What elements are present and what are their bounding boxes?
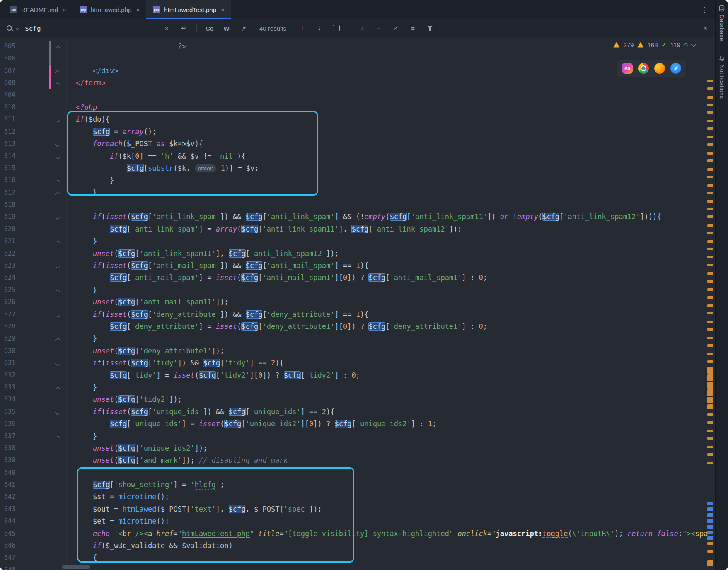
add-selection-occurrence-button[interactable]: + (355, 23, 369, 34)
stripe-mark-warning[interactable] (707, 312, 713, 314)
stripe-mark-warning[interactable] (707, 272, 713, 275)
close-tab-icon[interactable]: × (136, 6, 140, 13)
match-case-toggle[interactable]: Cc (203, 23, 216, 34)
database-tool-button[interactable]: Database (718, 5, 725, 41)
stripe-mark-warning[interactable] (707, 374, 713, 381)
filter-button[interactable] (423, 23, 437, 34)
stripe-mark-warning[interactable] (707, 404, 713, 409)
stripe-mark-warning[interactable] (707, 421, 713, 424)
stripe-mark-warning[interactable] (707, 542, 713, 545)
stripe-mark-warning[interactable] (707, 280, 713, 283)
stripe-mark-info[interactable] (707, 531, 713, 534)
fold-icon[interactable] (55, 142, 60, 147)
clear-search-icon[interactable]: × (160, 23, 174, 34)
stripe-mark-warning[interactable] (707, 550, 713, 553)
fold-icon[interactable] (55, 435, 60, 441)
search-icon[interactable] (7, 25, 13, 31)
stripe-mark-warning[interactable] (707, 337, 713, 339)
stripe-mark-warning[interactable] (707, 120, 713, 122)
fold-icon[interactable] (55, 70, 60, 75)
search-input[interactable]: $cfg (25, 24, 157, 32)
vcs-change-bar[interactable] (49, 41, 51, 65)
vcs-change-bar[interactable] (49, 65, 51, 89)
firefox-icon[interactable] (654, 63, 665, 74)
remove-selection-occurrence-button[interactable]: − (372, 23, 386, 34)
stripe-mark-warning[interactable] (707, 215, 713, 218)
stripe-mark-warning[interactable] (707, 240, 713, 243)
fold-icon[interactable] (55, 361, 60, 366)
fold-icon[interactable] (55, 338, 60, 343)
more-options-icon[interactable]: ⋮ (694, 5, 715, 14)
stripe-mark-warning[interactable] (707, 248, 713, 250)
stripe-mark-warning[interactable] (707, 560, 713, 566)
stripe-mark-warning[interactable] (707, 184, 713, 187)
next-problem-chevron-icon[interactable] (691, 41, 696, 47)
next-occurrence-button[interactable]: ↓ (312, 23, 326, 34)
stripe-mark-info[interactable] (707, 513, 713, 517)
stripe-mark-warning[interactable] (707, 256, 713, 258)
previous-occurrence-button[interactable]: ↑ (295, 23, 309, 34)
stripe-mark-warning[interactable] (707, 143, 713, 146)
stripe-mark-warning[interactable] (707, 304, 713, 307)
horizontal-scrollbar[interactable] (62, 565, 90, 569)
stripe-mark-warning[interactable] (707, 389, 713, 396)
fold-icon[interactable] (55, 312, 60, 318)
stripe-mark-warning[interactable] (707, 367, 713, 374)
fold-icon[interactable] (55, 215, 60, 220)
stripe-mark-warning[interactable] (707, 136, 713, 138)
stripe-mark-warning[interactable] (707, 200, 713, 203)
stripe-mark-warning[interactable] (707, 446, 713, 448)
fold-icon[interactable] (55, 46, 60, 51)
tab-readme[interactable]: MD README.md × (3, 0, 73, 19)
stripe-mark-warning[interactable] (707, 360, 713, 363)
stripe-mark-warning[interactable] (707, 152, 713, 155)
stripe-mark-warning[interactable] (707, 413, 713, 416)
stripe-mark-info[interactable] (707, 536, 713, 540)
fold-icon[interactable] (55, 154, 60, 159)
stripe-mark-warning[interactable] (707, 159, 713, 162)
stripe-mark-info[interactable] (707, 507, 713, 511)
select-all-occurrences-button[interactable]: ✓ (389, 23, 403, 34)
stripe-mark-warning[interactable] (707, 296, 713, 299)
close-find-bar-icon[interactable]: × (703, 24, 709, 33)
stripe-mark-warning[interactable] (707, 382, 713, 389)
stripe-mark-warning[interactable] (707, 208, 713, 210)
fold-icon[interactable] (55, 192, 60, 197)
previous-problem-chevron-icon[interactable] (683, 43, 689, 48)
stripe-mark-warning[interactable] (707, 80, 713, 82)
fold-icon[interactable] (55, 179, 60, 185)
warning-count[interactable]: 379 (623, 41, 634, 48)
code-editor[interactable]: 605 ?>606607 </div>608</form>609610<?php… (0, 37, 715, 570)
fold-icon[interactable] (55, 240, 60, 246)
stripe-mark-warning[interactable] (707, 104, 713, 106)
open-in-find-window-button[interactable] (329, 23, 343, 34)
whole-words-toggle[interactable]: W (220, 23, 233, 34)
fold-icon[interactable] (55, 117, 60, 123)
chrome-icon[interactable] (638, 63, 649, 74)
phpstorm-preview-icon[interactable]: PS (622, 63, 633, 74)
fold-icon[interactable] (55, 289, 60, 295)
stripe-mark-warning[interactable] (707, 321, 713, 323)
stripe-mark-warning[interactable] (707, 232, 713, 234)
close-tab-icon[interactable]: × (221, 6, 225, 13)
tab-htmlawed[interactable]: php htmLawed.php × (73, 0, 146, 19)
stripe-mark-info[interactable] (707, 502, 713, 505)
regex-toggle[interactable]: .* (237, 23, 250, 34)
weak-warning-count[interactable]: 168 (647, 41, 658, 48)
passed-count[interactable]: 119 (670, 41, 680, 48)
error-stripe[interactable] (706, 37, 715, 570)
tab-htmlawedtest[interactable]: php htmLawedTest.php × (146, 0, 231, 19)
fold-icon[interactable] (55, 82, 60, 87)
stripe-mark-warning[interactable] (707, 437, 713, 440)
stripe-mark-warning[interactable] (707, 328, 713, 331)
multiline-toggle-icon[interactable]: ↵ (177, 23, 191, 34)
stripe-mark-warning[interactable] (707, 168, 713, 171)
stripe-mark-warning[interactable] (707, 224, 713, 227)
search-history-chevron-icon[interactable] (16, 27, 19, 30)
stripe-mark-warning[interactable] (707, 96, 713, 99)
fold-icon[interactable] (55, 410, 60, 415)
notifications-tool-button[interactable]: Notifications (718, 55, 725, 99)
stripe-mark-warning[interactable] (707, 176, 713, 178)
stripe-mark-warning[interactable] (707, 462, 713, 464)
stripe-mark-warning[interactable] (707, 192, 713, 194)
